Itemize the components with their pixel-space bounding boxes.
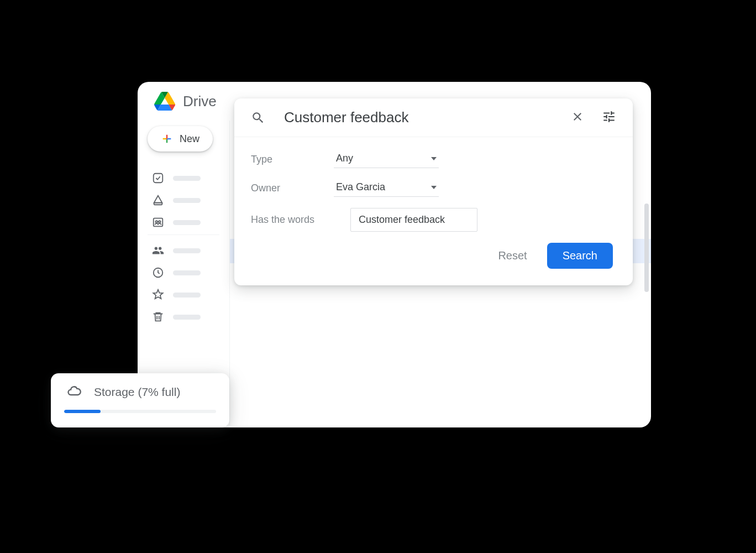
- people-icon: [152, 244, 164, 257]
- app-title: Drive: [183, 93, 217, 110]
- type-dropdown[interactable]: Any: [334, 150, 439, 168]
- sidebar-item-priority[interactable]: [152, 171, 215, 185]
- filter-form: Type Any Owner Eva Garcia Has the words …: [234, 137, 633, 285]
- plus-icon: [161, 133, 173, 145]
- svg-rect-2: [154, 218, 163, 227]
- star-icon: [152, 289, 164, 301]
- filter-words-label: Has the words: [251, 214, 339, 226]
- nav-placeholder: [173, 293, 201, 298]
- filter-type-label: Type: [251, 154, 323, 165]
- svg-rect-1: [154, 203, 162, 205]
- shared-drive-icon: [152, 216, 164, 228]
- search-icon: [249, 108, 267, 127]
- owner-dropdown-value: Eva Garcia: [336, 181, 385, 193]
- cloud-icon: [64, 383, 84, 401]
- close-icon: [571, 110, 584, 125]
- clear-search-button[interactable]: [569, 108, 586, 127]
- sidebar-item-recent[interactable]: [152, 266, 215, 279]
- storage-progress: [64, 410, 216, 413]
- drive-folder-icon: [152, 194, 164, 206]
- type-dropdown-value: Any: [336, 153, 353, 164]
- trash-icon: [152, 311, 164, 323]
- search-button[interactable]: Search: [547, 243, 613, 269]
- owner-dropdown[interactable]: Eva Garcia: [334, 179, 439, 197]
- sidebar-item-starred[interactable]: [152, 288, 215, 301]
- search-bar: [234, 98, 633, 137]
- sidebar-item-mydrive[interactable]: [152, 194, 215, 207]
- sidebar-item-trash[interactable]: [152, 310, 215, 324]
- search-input[interactable]: [284, 109, 552, 126]
- nav-placeholder: [173, 176, 201, 181]
- nav-placeholder: [173, 315, 201, 320]
- search-options-button[interactable]: [600, 107, 618, 128]
- reset-button[interactable]: Reset: [498, 249, 527, 262]
- storage-progress-fill: [64, 410, 101, 413]
- has-words-input[interactable]: [350, 208, 477, 232]
- sidebar-item-shared[interactable]: [152, 244, 215, 257]
- scrollbar[interactable]: [644, 204, 649, 292]
- clock-icon: [152, 267, 164, 279]
- check-square-icon: [152, 172, 164, 184]
- filter-owner-label: Owner: [251, 182, 323, 194]
- drive-logo-icon: [154, 92, 175, 111]
- nav-placeholder: [173, 270, 201, 275]
- nav-placeholder: [173, 220, 201, 225]
- storage-label: Storage (7% full): [94, 385, 180, 399]
- tune-icon: [602, 109, 616, 126]
- sidebar-item-shared-drives[interactable]: [152, 216, 215, 229]
- nav-placeholder: [173, 248, 201, 253]
- new-button-label: New: [180, 133, 200, 145]
- search-panel: Type Any Owner Eva Garcia Has the words …: [234, 98, 633, 285]
- svg-point-3: [155, 221, 158, 223]
- chevron-down-icon: [431, 157, 437, 160]
- new-button[interactable]: New: [148, 126, 213, 152]
- svg-rect-0: [154, 174, 163, 183]
- nav-placeholder: [173, 198, 201, 203]
- storage-card[interactable]: Storage (7% full): [51, 373, 229, 427]
- chevron-down-icon: [431, 186, 437, 189]
- svg-point-4: [159, 221, 161, 223]
